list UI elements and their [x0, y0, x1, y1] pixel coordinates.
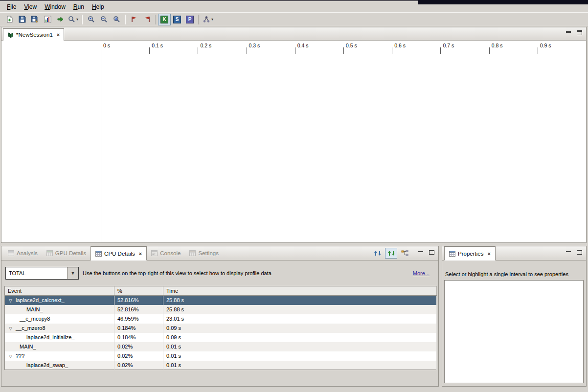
- minimize-icon[interactable]: [566, 250, 571, 255]
- close-icon[interactable]: ×: [487, 251, 490, 257]
- green-arrow-icon: [57, 16, 64, 23]
- table-row[interactable]: MAIN_ 0.02% 0.01 s: [5, 342, 437, 351]
- save-button[interactable]: [16, 14, 28, 25]
- marker-forward-button[interactable]: [128, 14, 140, 25]
- search-dropdown-button[interactable]: ▾: [67, 14, 80, 25]
- chevron-down-icon: ▼: [71, 271, 75, 276]
- event-cell: ???: [16, 353, 24, 359]
- session-tab[interactable]: *NewSession1 ×: [3, 28, 64, 41]
- save-as-button[interactable]: [28, 14, 41, 25]
- timeline-ruler: 0 s 0.1 s 0.2 s 0.3 s 0.4 s 0.5 s 0.6 s …: [101, 41, 586, 54]
- combobox-dropdown-button[interactable]: ▼: [67, 267, 78, 279]
- ruler-tick: 0.9 s: [538, 41, 586, 54]
- process-toggle-button[interactable]: P: [183, 14, 196, 25]
- new-session-button[interactable]: [3, 14, 16, 25]
- cpu-details-panel: Analysis GPU Details CPU Details × Conso…: [1, 246, 439, 387]
- marker-backward-button[interactable]: [140, 14, 153, 25]
- flat-profile-button[interactable]: [371, 248, 384, 259]
- close-icon[interactable]: ×: [139, 251, 142, 257]
- properties-tab-strip: Properties ×: [442, 246, 586, 261]
- new-file-icon: [6, 16, 13, 23]
- properties-panel: Properties × Select or highlight a singl…: [442, 246, 587, 387]
- table-row[interactable]: ▽??? 0.02% 0.01 s: [5, 351, 437, 361]
- kernel-toggle-button[interactable]: K: [158, 14, 171, 25]
- column-header-event[interactable]: Event: [5, 286, 114, 296]
- timeline-editor-panel: *NewSession1 × 0 s 0.1 s 0.2 s 0.3 s 0.4…: [1, 27, 587, 243]
- maximize-icon[interactable]: [577, 30, 582, 35]
- percent-cell: 0.02%: [114, 342, 163, 351]
- import-button[interactable]: [54, 14, 67, 25]
- close-icon[interactable]: ×: [57, 32, 60, 38]
- zoom-in-button[interactable]: [85, 14, 97, 25]
- menu-run[interactable]: Run: [69, 2, 88, 12]
- table-row[interactable]: ▽__c_mzero8 0.184% 0.09 s: [5, 324, 437, 333]
- table-row[interactable]: ▽laplace2d_calcnext_ 52.816% 25.88 s: [5, 296, 437, 305]
- column-header-percent[interactable]: %: [114, 286, 163, 296]
- tab-analysis[interactable]: Analysis: [3, 246, 42, 260]
- event-cell: __c_mzero8: [16, 325, 45, 331]
- event-cell: laplace2d_initialize_: [26, 334, 74, 340]
- more-link[interactable]: More...: [413, 270, 430, 276]
- analysis-dropdown-button[interactable]: ▾: [201, 14, 215, 25]
- toolbar-separator: [125, 15, 126, 24]
- tree-expand-icon[interactable]: ▽: [9, 326, 16, 331]
- table-row[interactable]: laplace2d_initialize_ 0.184% 0.09 s: [5, 333, 437, 342]
- menu-help[interactable]: Help: [88, 2, 108, 12]
- menu-view[interactable]: View: [20, 2, 41, 12]
- chevron-down-icon: ▾: [211, 18, 213, 22]
- ruler-tick: 0.6 s: [392, 41, 440, 54]
- display-mode-combobox[interactable]: TOTAL ▼: [5, 267, 79, 280]
- percent-cell: 52.816%: [114, 305, 163, 314]
- zoom-fit-button[interactable]: [110, 14, 123, 25]
- tab-label: GPU Details: [55, 250, 86, 256]
- profile-chart-button[interactable]: [41, 14, 54, 25]
- menu-window[interactable]: Window: [41, 2, 69, 12]
- bar-chart-icon: [44, 16, 51, 23]
- tab-settings[interactable]: Settings: [185, 246, 223, 260]
- cpu-details-content: TOTAL ▼ Use the buttons on the top-right…: [1, 261, 438, 386]
- event-cell: laplace2d_calcnext_: [16, 297, 65, 303]
- column-header-time[interactable]: Time: [163, 286, 437, 296]
- maximize-icon[interactable]: [429, 250, 434, 255]
- table-header-row: Event % Time: [5, 286, 437, 296]
- percent-cell: 0.184%: [114, 324, 163, 333]
- timeline-name-column-divider[interactable]: [101, 54, 101, 242]
- tab-label: Properties: [458, 251, 483, 257]
- analysis-molecule-icon: [203, 16, 210, 23]
- top-down-view-button[interactable]: [385, 248, 397, 259]
- session-tab-label: *NewSession1: [16, 32, 53, 38]
- ruler-tick: 0.2 s: [198, 41, 246, 54]
- tree-expand-icon[interactable]: ▽: [9, 298, 16, 303]
- stream-toggle-button[interactable]: S: [171, 14, 183, 25]
- ruler-tick: 0.5 s: [343, 41, 392, 54]
- properties-tab-icon: [449, 251, 455, 257]
- tree-expand-icon[interactable]: ▽: [9, 354, 16, 359]
- save-as-icon: [31, 16, 39, 23]
- editor-tab-strip: *NewSession1 ×: [1, 27, 586, 41]
- gpu-details-tab-icon: [46, 250, 53, 256]
- window-titlebar-remnant: [418, 0, 588, 4]
- menu-file[interactable]: File: [3, 2, 20, 12]
- tab-gpu-details[interactable]: GPU Details: [42, 246, 90, 260]
- tab-console[interactable]: Console: [147, 246, 185, 260]
- minimize-icon[interactable]: [418, 250, 423, 255]
- table-row[interactable]: __c_mcopy8 46.959% 23.01 s: [5, 314, 437, 324]
- table-row[interactable]: laplace2d_swap_ 0.02% 0.01 s: [5, 361, 437, 370]
- properties-content: Select or highlight a single interval to…: [442, 261, 586, 386]
- time-cell: 0.09 s: [163, 324, 437, 333]
- cpu-details-tab-icon: [95, 251, 102, 257]
- percent-cell: 0.02%: [114, 351, 163, 361]
- bottom-up-view-button[interactable]: [399, 248, 411, 259]
- tab-properties[interactable]: Properties ×: [444, 246, 496, 261]
- tab-cpu-details[interactable]: CPU Details ×: [90, 246, 147, 261]
- cpu-help-text: Use the buttons on the top-right of this…: [83, 270, 271, 276]
- sort-arrows-icon: [374, 250, 382, 257]
- percent-cell: 46.959%: [114, 314, 163, 324]
- zoom-in-icon: [88, 16, 95, 23]
- table-row[interactable]: MAIN_ 52.816% 25.88 s: [5, 305, 437, 314]
- maximize-icon[interactable]: [577, 250, 582, 255]
- magnifier-icon: [68, 16, 75, 23]
- minimize-icon[interactable]: [566, 31, 571, 35]
- zoom-out-button[interactable]: [97, 14, 110, 25]
- main-toolbar: ▾ K S P ▾: [0, 12, 588, 26]
